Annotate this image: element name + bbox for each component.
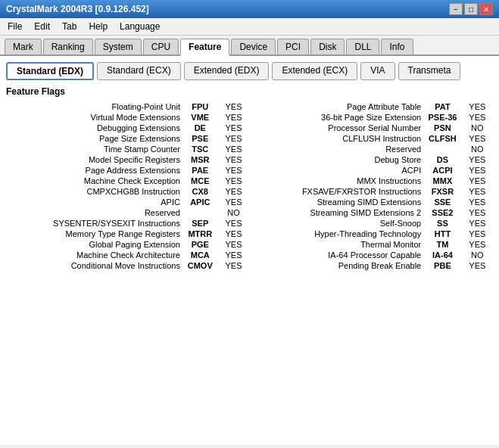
menu-file[interactable]: File — [3, 20, 27, 33]
row-abbr: TM — [423, 239, 461, 250]
subtab-standard-edx[interactable]: Standard (EDX) — [6, 62, 94, 80]
tab-disk[interactable]: Disk — [310, 39, 345, 54]
subtab-via[interactable]: VIA — [360, 62, 395, 80]
row-value: NO — [462, 250, 493, 260]
row-abbr — [182, 207, 218, 218]
table-row: ACPI ACPI YES — [250, 165, 494, 176]
row-label: Reserved — [6, 207, 182, 218]
row-value: YES — [218, 165, 250, 176]
row-abbr: PAE — [182, 165, 218, 176]
row-value: YES — [462, 101, 493, 112]
row-abbr: VME — [182, 112, 218, 123]
menu-bar: File Edit Tab Help Language — [0, 18, 499, 36]
row-label: Debugging Extensions — [6, 123, 182, 133]
tab-pci[interactable]: PCI — [277, 39, 309, 54]
row-abbr — [423, 144, 461, 154]
table-row: CMPXCHG8B Instruction CX8 YES — [6, 186, 250, 197]
row-abbr: PSE-36 — [423, 112, 461, 123]
row-value: YES — [218, 186, 250, 197]
tab-dll[interactable]: DLL — [346, 39, 379, 54]
tab-cpu[interactable]: CPU — [143, 39, 179, 54]
row-label: Processor Serial Number — [250, 123, 424, 133]
table-row: Conditional Move Instructions CMOV YES — [6, 260, 250, 271]
table-row: Reserved NO — [250, 144, 494, 154]
row-label: CMPXCHG8B Instruction — [6, 186, 182, 197]
subtab-extended-ecx[interactable]: Extended (ECX) — [272, 62, 357, 80]
table-row: 36-bit Page Size Extension PSE-36 YES — [250, 112, 494, 123]
menu-edit[interactable]: Edit — [30, 20, 55, 33]
table-row: Global Paging Extension PGE YES — [6, 239, 250, 250]
tab-info[interactable]: Info — [381, 39, 413, 54]
subtab-transmeta[interactable]: Transmeta — [398, 62, 461, 80]
tab-system[interactable]: System — [95, 39, 142, 54]
table-row: Memory Type Range Registers MTRR YES — [6, 229, 250, 239]
row-label: SYSENTER/SYSEXIT Instructions — [6, 218, 182, 229]
table-row: Reserved NO — [6, 207, 250, 218]
tab-feature[interactable]: Feature — [180, 39, 229, 56]
close-button[interactable]: ✕ — [479, 3, 493, 15]
table-row: Page Address Extensions PAE YES — [6, 165, 250, 176]
row-abbr: DE — [182, 123, 218, 133]
table-row: SYSENTER/SYSEXIT Instructions SEP YES — [6, 218, 250, 229]
row-label: Conditional Move Instructions — [6, 260, 182, 271]
row-value: YES — [462, 186, 493, 197]
row-abbr: ACPI — [423, 165, 461, 176]
row-abbr: CMOV — [182, 260, 218, 271]
subtab-standard-ecx[interactable]: Standard (ECX) — [97, 62, 181, 80]
row-value: YES — [218, 229, 250, 239]
row-label: Thermal Monitor — [250, 239, 424, 250]
row-value: YES — [462, 154, 493, 165]
row-abbr: MCE — [182, 176, 218, 186]
menu-tab[interactable]: Tab — [58, 20, 81, 33]
row-abbr: SSE — [423, 197, 461, 207]
row-label: Debug Store — [250, 154, 424, 165]
row-abbr: MTRR — [182, 229, 218, 239]
row-label: Streaming SIMD Extensions — [250, 197, 424, 207]
table-row: Streaming SIMD Extensions SSE YES — [250, 197, 494, 207]
table-row: Page Size Extensions PSE YES — [6, 133, 250, 144]
menu-language[interactable]: Language — [115, 20, 164, 33]
maximize-button[interactable]: □ — [464, 3, 478, 15]
left-flags: Floating-Point Unit FPU YES Virtual Mode… — [6, 101, 250, 271]
row-label: Machine Check Architecture — [6, 250, 182, 260]
row-value: YES — [218, 144, 250, 154]
row-label: IA-64 Processor Capable — [250, 250, 424, 260]
row-value: YES — [462, 112, 493, 123]
flags-container: Floating-Point Unit FPU YES Virtual Mode… — [6, 101, 493, 271]
row-label: Model Specific Registers — [6, 154, 182, 165]
table-row: Debug Store DS YES — [250, 154, 494, 165]
minimize-button[interactable]: − — [449, 3, 463, 15]
row-abbr: PSE — [182, 133, 218, 144]
tab-ranking[interactable]: Ranking — [43, 39, 93, 54]
table-row: FXSAVE/FXRSTOR Instructions FXSR YES — [250, 186, 494, 197]
row-abbr: FXSR — [423, 186, 461, 197]
left-table: Floating-Point Unit FPU YES Virtual Mode… — [6, 101, 250, 271]
table-row: Hyper-Threading Technology HTT YES — [250, 229, 494, 239]
table-row: Page Attribute Table PAT YES — [250, 101, 494, 112]
row-value: YES — [462, 218, 493, 229]
table-row: Pending Break Enable PBE YES — [250, 260, 494, 271]
row-abbr: PGE — [182, 239, 218, 250]
row-label: Time Stamp Counter — [6, 144, 182, 154]
row-value: YES — [218, 239, 250, 250]
row-abbr: SS — [423, 218, 461, 229]
row-value: YES — [462, 197, 493, 207]
subtab-extended-edx[interactable]: Extended (EDX) — [184, 62, 270, 80]
row-abbr: PSN — [423, 123, 461, 133]
row-label: Virtual Mode Extensions — [6, 112, 182, 123]
table-row: Debugging Extensions DE YES — [6, 123, 250, 133]
content-area: Standard (EDX) Standard (ECX) Extended (… — [0, 56, 499, 445]
row-abbr: MCA — [182, 250, 218, 260]
table-row: Time Stamp Counter TSC YES — [6, 144, 250, 154]
row-value: NO — [462, 144, 493, 154]
row-label: Pending Break Enable — [250, 260, 424, 271]
row-label: CLFLUSH Instruction — [250, 133, 424, 144]
row-label: Page Size Extensions — [6, 133, 182, 144]
row-abbr: APIC — [182, 197, 218, 207]
table-row: IA-64 Processor Capable IA-64 NO — [250, 250, 494, 260]
row-abbr: SSE2 — [423, 207, 461, 218]
tab-mark[interactable]: Mark — [5, 39, 42, 54]
menu-help[interactable]: Help — [84, 20, 112, 33]
tab-device[interactable]: Device — [231, 39, 276, 54]
row-label: ACPI — [250, 165, 424, 176]
